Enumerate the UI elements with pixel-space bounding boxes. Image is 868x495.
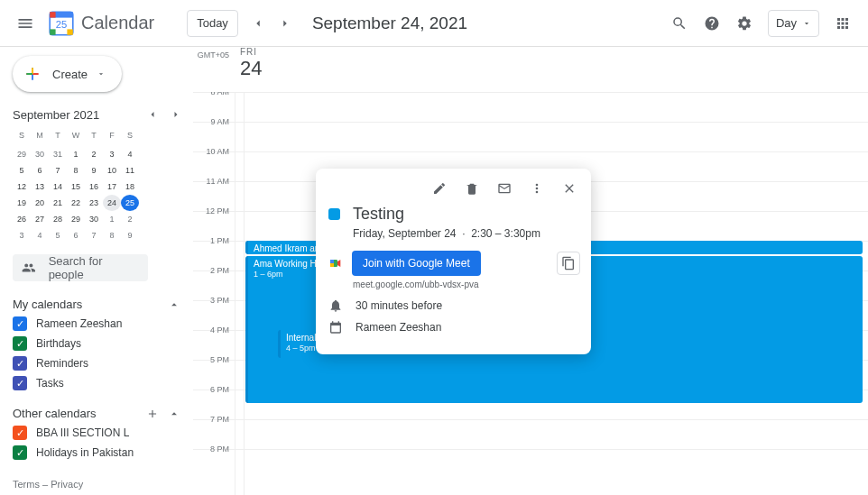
hour-label: 10 AM — [193, 147, 235, 156]
mini-day[interactable]: 13 — [31, 179, 49, 195]
chevron-up-icon[interactable] — [168, 298, 180, 311]
hour-label: 6 PM — [193, 385, 235, 394]
add-calendar-icon[interactable] — [146, 408, 159, 420]
mini-calendar-title: September 2021 — [13, 108, 99, 122]
hour-label: 9 AM — [193, 117, 235, 126]
mini-day[interactable]: 11 — [121, 162, 139, 179]
reminder-label: 30 minutes before — [356, 299, 442, 312]
mini-day[interactable]: 6 — [67, 227, 85, 243]
mini-day[interactable]: 19 — [13, 195, 31, 211]
mini-day[interactable]: 7 — [49, 162, 67, 179]
main-menu-icon[interactable] — [9, 7, 42, 40]
mini-day[interactable]: 27 — [31, 211, 49, 227]
mini-day[interactable]: 26 — [13, 211, 31, 227]
copy-meet-link-button[interactable] — [557, 252, 580, 275]
calendar-item[interactable]: ✓Rameen Zeeshan — [13, 316, 186, 331]
checkbox-icon[interactable]: ✓ — [13, 426, 27, 440]
sidebar: Create September 2021 SMTWTFS29303112345… — [0, 47, 193, 495]
calendar-label: Holidays in Pakistan — [36, 446, 134, 459]
calendar-small-icon — [328, 320, 343, 335]
more-options-button[interactable] — [526, 178, 548, 199]
mini-day[interactable]: 8 — [103, 227, 121, 243]
calendar-item[interactable]: ✓Reminders — [13, 356, 186, 371]
mini-day[interactable]: 31 — [49, 146, 67, 162]
mini-day[interactable]: 30 — [31, 146, 49, 162]
mini-day[interactable]: 30 — [85, 211, 103, 227]
edit-event-button[interactable] — [429, 178, 450, 199]
apps-icon[interactable] — [826, 7, 859, 40]
mini-day[interactable]: 17 — [103, 179, 121, 195]
close-popup-button[interactable] — [559, 178, 580, 199]
checkbox-icon[interactable]: ✓ — [13, 336, 27, 351]
mini-prev-button[interactable] — [143, 105, 162, 124]
create-label: Create — [52, 68, 88, 81]
mini-day[interactable]: 2 — [121, 211, 139, 227]
mini-day[interactable]: 2 — [85, 146, 103, 162]
prev-day-button[interactable] — [245, 11, 271, 36]
chevron-up-icon[interactable] — [168, 408, 180, 420]
mini-day[interactable]: 12 — [13, 179, 31, 195]
calendar-item[interactable]: ✓BBA III SECTION L — [13, 426, 186, 440]
mini-day[interactable]: 4 — [31, 227, 49, 243]
mini-day[interactable]: 3 — [13, 227, 31, 243]
search-icon[interactable] — [663, 7, 696, 40]
mini-day[interactable]: 18 — [121, 179, 139, 195]
calendar-label: Rameen Zeeshan — [36, 317, 122, 330]
mini-day[interactable]: 22 — [67, 195, 85, 211]
next-day-button[interactable] — [272, 11, 298, 36]
meet-url: meet.google.com/ubb-vdsx-pva — [353, 280, 580, 289]
calendar-item[interactable]: ✓Holidays in Pakistan — [13, 445, 186, 460]
create-button[interactable]: Create — [13, 56, 122, 92]
checkbox-icon[interactable]: ✓ — [13, 316, 27, 331]
calendar-item[interactable]: ✓Birthdays — [13, 336, 186, 351]
chevron-down-icon — [802, 19, 811, 28]
event-title: Testing — [353, 205, 404, 224]
mini-day[interactable]: 14 — [49, 179, 67, 195]
mini-day[interactable]: 16 — [85, 179, 103, 195]
mini-day[interactable]: 21 — [49, 195, 67, 211]
event-details-popup: Testing Friday, September 24 · 2:30 – 3:… — [316, 169, 591, 354]
mini-day[interactable]: 3 — [103, 146, 121, 162]
checkbox-icon[interactable]: ✓ — [13, 356, 27, 371]
hour-label: 8 AM — [193, 92, 235, 96]
mini-dow: T — [85, 130, 103, 146]
mini-dow: W — [67, 130, 85, 146]
hour-label: 4 PM — [193, 325, 235, 335]
today-button[interactable]: Today — [187, 10, 238, 37]
help-icon[interactable] — [696, 7, 728, 40]
view-selector[interactable]: Day — [768, 10, 819, 37]
mini-day[interactable]: 24 — [103, 195, 121, 211]
join-meet-button[interactable]: Join with Google Meet — [352, 251, 481, 276]
hour-label: 3 PM — [193, 296, 235, 305]
mini-day[interactable]: 10 — [103, 162, 121, 179]
mini-day[interactable]: 23 — [85, 195, 103, 211]
mini-day[interactable]: 29 — [13, 146, 31, 162]
svg-rect-3 — [50, 29, 55, 34]
mini-day[interactable]: 29 — [67, 211, 85, 227]
mini-day[interactable]: 9 — [121, 227, 139, 243]
checkbox-icon[interactable]: ✓ — [13, 376, 27, 390]
mini-day[interactable]: 9 — [85, 162, 103, 179]
mini-day[interactable]: 15 — [67, 179, 85, 195]
mini-next-button[interactable] — [166, 105, 186, 124]
mini-day[interactable]: 20 — [31, 195, 49, 211]
mini-dow: M — [31, 130, 49, 146]
mini-day[interactable]: 4 — [121, 146, 139, 162]
mini-day[interactable]: 7 — [85, 227, 103, 243]
hour-label: 12 PM — [193, 206, 235, 215]
mini-day[interactable]: 28 — [49, 211, 67, 227]
settings-icon[interactable] — [728, 7, 761, 40]
delete-event-button[interactable] — [461, 178, 483, 199]
checkbox-icon[interactable]: ✓ — [13, 445, 27, 460]
mini-day[interactable]: 6 — [31, 162, 49, 179]
email-guests-button[interactable] — [494, 178, 515, 199]
mini-day[interactable]: 1 — [103, 211, 121, 227]
mini-day[interactable]: 5 — [13, 162, 31, 179]
mini-day[interactable]: 25 — [121, 195, 139, 211]
mini-day[interactable]: 8 — [67, 162, 85, 179]
search-people-input[interactable]: Search for people — [13, 254, 148, 281]
mini-day[interactable]: 1 — [67, 146, 85, 162]
mini-day[interactable]: 5 — [49, 227, 67, 243]
calendar-item[interactable]: ✓Tasks — [13, 376, 186, 390]
footer-links[interactable]: Terms – Privacy — [13, 479, 83, 490]
